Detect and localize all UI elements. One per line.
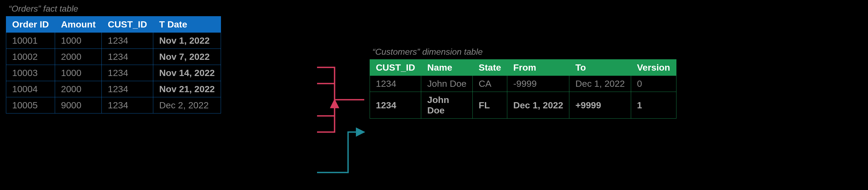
cell-orderid: 10004 [6,81,55,97]
cell-version: 0 [631,76,676,92]
cell-tdate: Nov 1, 2022 [153,33,221,49]
orders-caption: “Orders” fact table [9,4,78,14]
orders-header-row: Order ID Amount CUST_ID T Date [6,16,221,33]
cell-name: John Doe [421,92,473,119]
cell-from: Dec 1, 2022 [507,92,569,119]
cell-tdate: Dec 2, 2022 [153,97,221,113]
cell-orderid: 10001 [6,33,55,49]
orders-col-tdate: T Date [153,16,221,33]
customers-col-custid: CUST_ID [370,60,421,76]
customers-col-version: Version [631,60,676,76]
cell-to: +9999 [569,92,631,119]
cell-custid: 1234 [102,49,153,65]
cell-orderid: 10002 [6,49,55,65]
cell-tdate: Nov 14, 2022 [153,65,221,81]
orders-table: Order ID Amount CUST_ID T Date 10001 100… [6,16,221,113]
customers-caption: “Customers” dimension table [372,47,483,57]
table-row: 10003 1000 1234 Nov 14, 2022 [6,65,221,81]
customers-table: CUST_ID Name State From To Version 1234 … [370,59,676,119]
cell-custid: 1234 [102,65,153,81]
cell-custid: 1234 [370,92,421,119]
cell-amount: 9000 [55,97,102,113]
table-row: 10001 1000 1234 Nov 1, 2022 [6,33,221,49]
table-row: 1234 John Doe FL Dec 1, 2022 +9999 1 [370,92,676,119]
customers-col-name: Name [421,60,473,76]
table-row: 10005 9000 1234 Dec 2, 2022 [6,97,221,113]
cell-custid: 1234 [102,97,153,113]
arrow-orders-to-v0 [317,67,364,132]
customers-col-from: From [507,60,569,76]
cell-custid: 1234 [370,76,421,92]
cell-from: -9999 [507,76,569,92]
cell-amount: 2000 [55,49,102,65]
cell-orderid: 10005 [6,97,55,113]
customers-col-to: To [569,60,631,76]
orders-col-custid: CUST_ID [102,16,153,33]
cell-custid: 1234 [102,81,153,97]
cell-tdate: Nov 21, 2022 [153,81,221,97]
cell-version: 1 [631,92,676,119]
cell-amount: 1000 [55,65,102,81]
orders-col-orderid: Order ID [6,16,55,33]
cell-tdate: Nov 7, 2022 [153,49,221,65]
customers-col-state: State [473,60,507,76]
table-row: 10002 2000 1234 Nov 7, 2022 [6,49,221,65]
customers-header-row: CUST_ID Name State From To Version [370,60,676,76]
arrow-orders-to-v1 [317,132,364,173]
cell-to: Dec 1, 2022 [569,76,631,92]
orders-col-amount: Amount [55,16,102,33]
cell-state: FL [473,92,507,119]
cell-state: CA [473,76,507,92]
cell-amount: 2000 [55,81,102,97]
cell-orderid: 10003 [6,65,55,81]
cell-amount: 1000 [55,33,102,49]
cell-name: John Doe [421,76,473,92]
table-row: 1234 John Doe CA -9999 Dec 1, 2022 0 [370,76,676,92]
cell-custid: 1234 [102,33,153,49]
table-row: 10004 2000 1234 Nov 21, 2022 [6,81,221,97]
